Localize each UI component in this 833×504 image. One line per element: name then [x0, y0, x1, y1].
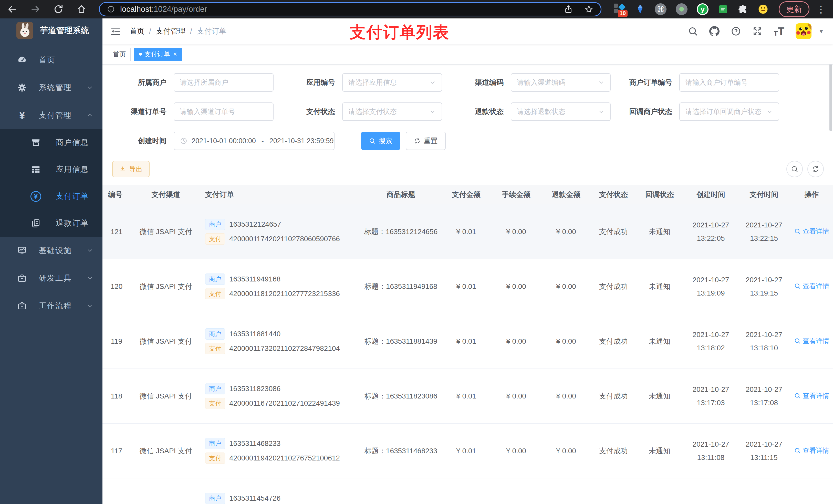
sidebar-item-pay-order[interactable]: ¥支付订单: [0, 183, 102, 210]
pay-status-select[interactable]: 请选择支付状态: [342, 102, 442, 121]
cell-fee-amount: ¥ 0.00: [492, 337, 541, 345]
sidebar-item-infrastructure[interactable]: 基础设施: [0, 237, 102, 264]
filter-label-refund-status: 退款状态: [442, 107, 511, 117]
view-detail-link[interactable]: 查看详情: [794, 337, 829, 345]
search-button[interactable]: 搜索: [361, 131, 400, 150]
channel-order-no-input[interactable]: [180, 108, 267, 116]
create-time-range-picker[interactable]: 2021-10-01 00:00:00 - 2021-10-31 23:59:5…: [174, 131, 335, 150]
view-detail-link[interactable]: 查看详情: [794, 227, 829, 236]
cell-pay-status: 支付成功: [592, 391, 635, 401]
chevron-down-icon: [87, 303, 93, 309]
search-icon[interactable]: [688, 26, 698, 37]
cell-pay-status: 支付成功: [592, 337, 635, 346]
back-icon[interactable]: [7, 4, 18, 14]
channel-code-select[interactable]: 请输入渠道编码: [511, 73, 611, 92]
date-start-value: 2021-10-01 00:00:00: [192, 137, 256, 145]
table-row: 121微信 JSAPI 支付商户1635312124657支付420000117…: [102, 205, 833, 259]
column-header-6: 退款金额: [541, 190, 592, 199]
forward-icon[interactable]: [30, 4, 41, 14]
recorder-extension-icon[interactable]: [676, 3, 688, 15]
sidebar-menu: 首页系统管理¥支付管理商户信息应用信息¥支付订单退款订单基础设施研发工具工作流程: [0, 46, 102, 320]
callback-status-select[interactable]: 请选择订单回调商户状态: [679, 102, 779, 121]
table-refresh-icon[interactable]: [807, 161, 824, 177]
sidebar: 芋道管理系统 首页系统管理¥支付管理商户信息应用信息¥支付订单退款订单基础设施研…: [0, 19, 102, 504]
chat-extension-icon[interactable]: [718, 4, 729, 15]
sidebar-item-dev-tools[interactable]: 研发工具: [0, 264, 102, 292]
avatar[interactable]: [795, 23, 811, 39]
view-detail-link[interactable]: 查看详情: [794, 446, 829, 455]
cell-id: 119: [102, 337, 128, 345]
dashboard-icon: [16, 55, 28, 65]
bookmark-star-icon[interactable]: [584, 5, 594, 14]
browser-menu-icon[interactable]: ⋮: [816, 4, 826, 15]
order-id: 117: [111, 447, 122, 455]
export-button[interactable]: 导出: [112, 161, 149, 177]
extension-pinned-icon[interactable]: 10: [613, 3, 625, 15]
cell-id: 120: [102, 283, 128, 291]
cell-pay-amount: ¥ 0.01: [441, 447, 492, 455]
cell-create-time: 2021-10-2713:18:02: [684, 328, 738, 355]
column-header-1: 支付渠道: [128, 190, 204, 199]
cell-pay-amount: ¥ 0.01: [441, 337, 492, 345]
breadcrumb-pay-manage[interactable]: 支付管理: [156, 26, 186, 37]
reload-icon[interactable]: [53, 4, 64, 14]
close-tag-icon[interactable]: ×: [173, 50, 177, 58]
sidebar-item-label: 退款订单: [56, 218, 89, 229]
font-size-icon[interactable]: TT: [774, 25, 785, 38]
share-icon[interactable]: [564, 5, 573, 14]
column-header-5: 手续金额: [492, 190, 541, 199]
cell-fee-amount: ¥ 0.00: [492, 228, 541, 236]
help-icon[interactable]: [731, 26, 741, 37]
column-header-0: 编号: [102, 190, 128, 199]
cell-pay-channel: 微信 JSAPI 支付: [128, 446, 204, 456]
site-info-icon[interactable]: [107, 5, 115, 13]
reset-button[interactable]: 重置: [406, 131, 446, 150]
filter-form: 所属商户应用编号请选择应用信息渠道编码请输入渠道编码商户订单编号渠道订单号支付状…: [102, 73, 833, 121]
command-extension-icon[interactable]: ⌘: [655, 3, 667, 15]
filter-label-merchant-order-no: 商户订单编号: [611, 78, 679, 87]
chrome-update-button[interactable]: 更新: [779, 1, 809, 17]
cell-pay-order: 商户1635311468233支付42000011942021102767521…: [204, 435, 361, 467]
url-bar[interactable]: localhost:1024/pay/order: [99, 2, 601, 16]
merchant-order-tag: 商户: [205, 438, 225, 449]
y-extension-icon[interactable]: y: [697, 3, 709, 15]
table-toolbar: 导出: [112, 161, 824, 177]
pay-order-no: 4200001174202110278060590766: [229, 235, 340, 243]
search-button-icon: [369, 138, 376, 144]
cell-product-title: 标题：1635311468233: [361, 446, 441, 456]
cell-notify-status: 未通知: [635, 282, 684, 291]
emoji-profile-icon[interactable]: [758, 4, 768, 15]
tag-pay-order[interactable]: 支付订单×: [134, 48, 182, 61]
navbar-actions: TT ▼: [688, 23, 833, 39]
puzzle-extensions-icon[interactable]: [738, 4, 748, 15]
tags-view-bar: 首页支付订单×: [102, 44, 833, 65]
sidebar-item-refund-order[interactable]: 退款订单: [0, 210, 102, 237]
merchant-order-tag: 商户: [205, 273, 225, 285]
merchant-order-no-input[interactable]: [686, 79, 773, 87]
order-id: 120: [111, 283, 123, 290]
view-detail-link[interactable]: 查看详情: [794, 391, 829, 400]
home-icon[interactable]: [76, 4, 87, 14]
hamburger-icon[interactable]: [110, 26, 121, 37]
sidebar-item-home[interactable]: 首页: [0, 46, 102, 74]
sidebar-item-payment[interactable]: ¥支付管理: [0, 101, 102, 129]
github-icon[interactable]: [709, 26, 719, 37]
sidebar-item-merchant-info[interactable]: 商户信息: [0, 129, 102, 156]
cell-pay-time: 2021-10-2713:11:15: [738, 438, 790, 464]
app-logo-row[interactable]: 芋道管理系统: [0, 19, 102, 43]
table-search-toggle-icon[interactable]: [786, 161, 803, 177]
sidebar-item-system[interactable]: 系统管理: [0, 74, 102, 101]
view-detail-link[interactable]: 查看详情: [794, 282, 829, 291]
breadcrumb-home[interactable]: 首页: [129, 26, 144, 37]
sidebar-item-app-info[interactable]: 应用信息: [0, 156, 102, 183]
tag-home[interactable]: 首页: [108, 48, 130, 61]
fullscreen-icon[interactable]: [752, 26, 763, 37]
gem-extension-icon[interactable]: [635, 4, 645, 15]
sidebar-item-label: 支付管理: [39, 110, 72, 121]
avatar-caret-icon[interactable]: ▼: [818, 28, 824, 35]
merchant-input[interactable]: [180, 79, 267, 87]
sidebar-item-workflow[interactable]: 工作流程: [0, 292, 102, 320]
cell-notify-status: 未通知: [635, 227, 684, 237]
refund-status-select[interactable]: 请选择退款状态: [511, 102, 611, 121]
app-no-select[interactable]: 请选择应用信息: [342, 73, 442, 92]
